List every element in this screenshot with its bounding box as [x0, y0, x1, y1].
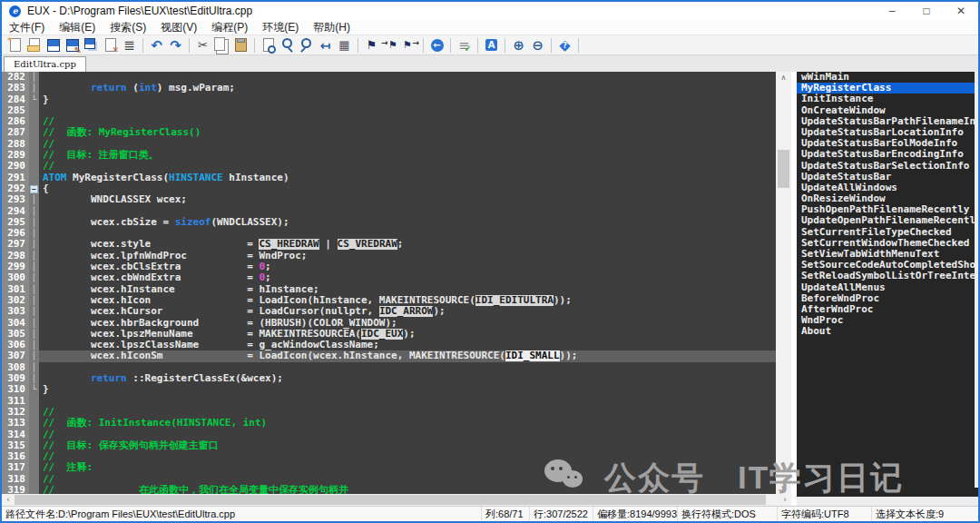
line-number[interactable]: 294 — [2, 206, 29, 217]
vertical-scroll-thumb[interactable] — [778, 150, 789, 188]
symbol-item-AfterWndProc[interactable]: AfterWndProc — [797, 304, 978, 315]
scroll-right-icon[interactable]: › — [779, 494, 791, 506]
code-line-310[interactable]: 310└} — [2, 384, 776, 395]
code-line-302[interactable]: 302│ wcex.hIcon = LoadIcon(hInstance, MA… — [2, 295, 776, 306]
line-number[interactable]: 310 — [2, 384, 29, 395]
symbol-item-SetSourceCodeAutoCompletedShowAft[interactable]: SetSourceCodeAutoCompletedShowAft — [797, 260, 978, 271]
code-line-309[interactable]: 309│ return ::RegisterClassEx(&wcex); — [2, 373, 776, 384]
doc-list-icon[interactable] — [120, 36, 139, 54]
symbol-item-UpdateStatusBarSelectionInfo[interactable]: UpdateStatusBarSelectionInfo — [797, 161, 978, 172]
menu-item-环境E[interactable]: 环境(E) — [255, 20, 306, 35]
symbol-item-UpdateOpenPathFilenameRecently[interactable]: UpdateOpenPathFilenameRecently — [797, 215, 978, 226]
code-line-285[interactable]: 285 — [2, 105, 776, 116]
goto-icon[interactable] — [316, 36, 335, 54]
line-number[interactable]: 314 — [2, 429, 29, 440]
find-file-icon[interactable] — [259, 36, 278, 54]
code-line-298[interactable]: 298│ wcex.lpfnWndProc = WndProc; — [2, 251, 776, 262]
menu-item-编程P[interactable]: 编程(P) — [204, 20, 255, 35]
code-line-282[interactable]: 282│ — [2, 72, 776, 83]
checklist-icon[interactable] — [455, 36, 474, 54]
code-line-308[interactable]: 308│ — [2, 362, 776, 373]
code-line-295[interactable]: 295│ wcex.cbSize = sizeof(WNDCLASSEX); — [2, 217, 776, 228]
symbol-item-UpdateAllMenus[interactable]: UpdateAllMenus — [797, 282, 978, 293]
code-line-299[interactable]: 299│ wcex.cbClsExtra = 0; — [2, 262, 776, 272]
menu-item-帮助H[interactable]: 帮助(H) — [306, 20, 358, 35]
symbol-item-InitInstance[interactable]: InitInstance — [797, 94, 978, 104]
symbol-item-PushOpenPathFilenameRecently[interactable]: PushOpenPathFilenameRecently — [797, 204, 978, 215]
symbol-item-OnResizeWindow[interactable]: OnResizeWindow — [797, 193, 978, 204]
line-number[interactable]: 300 — [2, 272, 29, 283]
save-all-icon[interactable] — [82, 36, 101, 54]
symbol-item-SetCurrentWindowThemeChecked[interactable]: SetCurrentWindowThemeChecked — [797, 238, 978, 249]
line-number[interactable]: 307 — [2, 350, 29, 361]
line-number[interactable]: 303 — [2, 306, 29, 317]
open-file-icon[interactable] — [24, 36, 44, 54]
bm-next-icon[interactable] — [381, 36, 400, 54]
menu-item-视图V[interactable]: 视图(V) — [153, 20, 204, 35]
symbol-item-UpdateStatusBarEncodingInfo[interactable]: UpdateStatusBarEncodingInfo — [797, 149, 978, 160]
panel-horizontal-scrollbar[interactable] — [797, 497, 978, 506]
copy-icon[interactable] — [212, 36, 231, 54]
code-line-315[interactable]: 315// 目标: 保存实例句柄并创建主窗口 — [2, 440, 776, 451]
line-number[interactable]: 313 — [2, 418, 29, 429]
symbol-item-UpdateStatusBarPathFilenameInfo[interactable]: UpdateStatusBarPathFilenameInfo — [797, 116, 978, 127]
symbol-item-BeforeWndProc[interactable]: BeforeWndProc — [797, 293, 978, 304]
tab-editultra-cpp[interactable]: EditUltra.cpp — [4, 56, 86, 72]
code-line-316[interactable]: 316// — [2, 451, 776, 462]
bookmark-icon[interactable] — [362, 36, 381, 54]
symbol-item-UpdateAllWindows[interactable]: UpdateAllWindows — [797, 183, 978, 193]
save-as-icon[interactable] — [63, 36, 82, 54]
undo-icon[interactable] — [147, 36, 166, 54]
code-line-311[interactable]: 311 — [2, 396, 776, 407]
save-icon[interactable] — [44, 36, 63, 54]
editor-horizontal-scrollbar[interactable]: ‹ › — [2, 494, 791, 506]
code-line-304[interactable]: 304│ wcex.hbrBackground = (HBRUSH)(COLOR… — [2, 318, 776, 329]
code-line-305[interactable]: 305│ wcex.lpszMenuName = MAKEINTRESOURCE… — [2, 329, 776, 340]
panel-vertical-scrollbar[interactable] — [975, 72, 978, 488]
code-line-291[interactable]: 291ATOM MyRegisterClass(HINSTANCE hInsta… — [2, 173, 776, 183]
scroll-down-icon[interactable]: ∨ — [776, 482, 791, 494]
code-line-300[interactable]: 300│ wcex.cbWndExtra = 0; — [2, 272, 776, 283]
symbol-item-About[interactable]: About — [797, 326, 978, 337]
line-number[interactable]: 317 — [2, 462, 29, 473]
close-file-icon[interactable] — [101, 36, 120, 54]
line-number[interactable]: 319 — [2, 485, 29, 494]
line-number[interactable]: 293 — [2, 194, 29, 205]
code-line-286[interactable]: 286// — [2, 116, 776, 127]
symbol-item-SetCurrentFileTypeChecked[interactable]: SetCurrentFileTypeChecked — [797, 227, 978, 238]
code-line-293[interactable]: 293│ WNDCLASSEX wcex; — [2, 194, 776, 205]
replace-icon[interactable] — [335, 36, 354, 54]
symbol-item-SetViewTabWidthMenuText[interactable]: SetViewTabWidthMenuText — [797, 249, 978, 260]
syntax-icon[interactable] — [482, 36, 501, 54]
redo-icon[interactable] — [166, 36, 185, 54]
line-number[interactable]: 290 — [2, 161, 29, 172]
fold-collapse-icon[interactable]: − — [29, 183, 39, 194]
menu-item-文件F[interactable]: 文件(F) — [2, 20, 52, 35]
horizontal-scroll-thumb[interactable] — [15, 495, 766, 505]
zoom-out-icon[interactable] — [528, 36, 547, 54]
code-line-303[interactable]: 303│ wcex.hCursor = LoadCursor(nullptr, … — [2, 306, 776, 317]
menu-item-搜索S[interactable]: 搜索(S) — [103, 20, 153, 35]
symbol-item-SetReloadSymbolListOrTreeInterval[interactable]: SetReloadSymbolListOrTreeInterval — [797, 271, 978, 281]
code-line-301[interactable]: 301│ wcex.hInstance = hInstance; — [2, 284, 776, 295]
code-line-313[interactable]: 313// 函数: InitInstance(HINSTANCE, int) — [2, 418, 776, 429]
menu-item-编辑E[interactable]: 编辑(E) — [52, 20, 103, 35]
symbol-item-UpdateStatusBarEolModeInfo[interactable]: UpdateStatusBarEolModeInfo — [797, 138, 978, 149]
about-icon[interactable] — [555, 36, 574, 54]
find-next-icon[interactable] — [278, 36, 297, 54]
symbol-item-MyRegisterClass[interactable]: MyRegisterClass — [797, 83, 978, 94]
line-number[interactable]: 287 — [2, 127, 29, 138]
code-line-306[interactable]: 306│ wcex.lpszClassName = g_acWindowClas… — [2, 340, 776, 350]
line-number[interactable]: 297 — [2, 239, 29, 250]
code-line-292[interactable]: 292−{ — [2, 183, 776, 194]
minimize-button[interactable]: – — [875, 2, 909, 20]
symbol-item-UpdateStatusBar[interactable]: UpdateStatusBar — [797, 172, 978, 183]
code-line-297[interactable]: 297│ wcex.style = CS_HREDRAW | CS_VREDRA… — [2, 239, 776, 250]
bm-prev-icon[interactable] — [400, 36, 419, 54]
code-line-312[interactable]: 312// — [2, 407, 776, 418]
line-number[interactable]: 283 — [2, 83, 29, 94]
code-line-290[interactable]: 290// — [2, 161, 776, 172]
code-line-319[interactable]: 319// 在此函数中，我们在全局变量中保存实例句柄并 — [2, 485, 776, 494]
code-line-314[interactable]: 314// — [2, 429, 776, 440]
scroll-left-icon[interactable]: ‹ — [2, 494, 15, 506]
